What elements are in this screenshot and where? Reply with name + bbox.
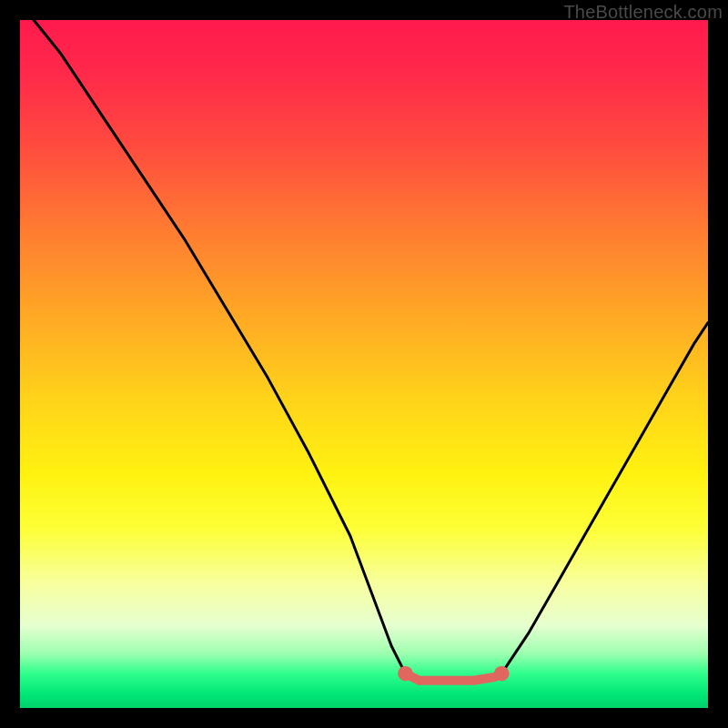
plot-area — [20, 20, 708, 708]
marker-dot-right — [494, 666, 510, 682]
chart-svg — [20, 20, 708, 708]
marker-dot-left — [398, 666, 413, 682]
series-curve-right — [501, 323, 708, 674]
series-curve-left — [34, 20, 405, 673]
bottleneck-chart: TheBottleneck.com — [0, 0, 728, 728]
series-flat-bottom — [405, 673, 501, 681]
watermark-text: TheBottleneck.com — [563, 2, 723, 23]
